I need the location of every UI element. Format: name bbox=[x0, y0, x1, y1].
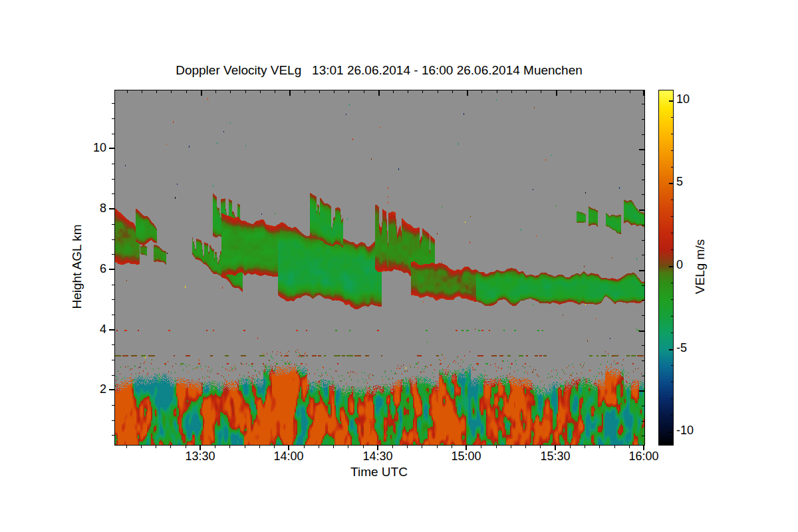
x-minor-tick bbox=[570, 446, 571, 448]
y-minor-tick bbox=[112, 194, 114, 194]
y-minor-tick bbox=[112, 224, 114, 225]
x-minor-tick bbox=[141, 446, 142, 448]
y-major-tick bbox=[109, 389, 114, 390]
x-minor-tick bbox=[540, 446, 541, 448]
x-minor-tick bbox=[170, 446, 171, 448]
x-tick-label: 13:30 bbox=[174, 450, 227, 464]
x-minor-tick bbox=[585, 446, 585, 448]
x-minor-tick bbox=[525, 446, 526, 448]
y-minor-tick bbox=[112, 299, 114, 300]
x-tick-label: 15:00 bbox=[440, 450, 493, 464]
y-minor-tick bbox=[112, 103, 114, 104]
y-major-tick bbox=[109, 329, 114, 331]
x-minor-tick bbox=[481, 446, 481, 448]
y-minor-tick bbox=[112, 118, 114, 119]
x-tick-label: 14:00 bbox=[262, 450, 315, 464]
y-minor-tick bbox=[112, 360, 114, 360]
x-axis-title: Time UTC bbox=[114, 465, 644, 479]
y-minor-tick bbox=[112, 179, 114, 180]
y-minor-tick bbox=[112, 344, 114, 345]
x-minor-tick bbox=[452, 446, 452, 448]
page: { "title": "Doppler Velocity VELg 13:01 … bbox=[0, 0, 798, 532]
velocity-heatmap-canvas bbox=[115, 90, 644, 445]
colorbar-tick-label: 5 bbox=[676, 175, 710, 189]
x-minor-tick bbox=[156, 446, 156, 448]
x-minor-tick bbox=[186, 446, 186, 448]
y-minor-tick bbox=[112, 315, 114, 315]
y-minor-tick bbox=[112, 164, 114, 164]
x-minor-tick bbox=[259, 446, 260, 448]
y-tick-label: 2 bbox=[66, 382, 106, 396]
y-minor-tick bbox=[112, 375, 114, 376]
x-minor-tick bbox=[333, 446, 334, 448]
x-minor-tick bbox=[392, 446, 393, 448]
y-minor-tick bbox=[112, 254, 114, 255]
chart-title: Doppler Velocity VELg 13:01 26.06.2014 -… bbox=[114, 63, 644, 78]
x-tick-label: 16:00 bbox=[617, 450, 670, 464]
y-major-tick bbox=[109, 208, 114, 209]
x-minor-tick bbox=[437, 446, 438, 448]
x-minor-tick bbox=[126, 446, 127, 448]
y-minor-tick bbox=[112, 285, 114, 285]
colorbar-tick-label: -5 bbox=[676, 341, 710, 355]
x-minor-tick bbox=[319, 446, 319, 448]
y-minor-tick bbox=[112, 405, 114, 406]
x-minor-tick bbox=[304, 446, 305, 448]
colorbar-tick-label: -10 bbox=[676, 424, 710, 438]
x-minor-tick bbox=[629, 446, 630, 448]
x-minor-tick bbox=[614, 446, 615, 448]
x-minor-tick bbox=[274, 446, 275, 448]
y-minor-tick bbox=[112, 420, 114, 421]
y-tick-label: 4 bbox=[66, 323, 106, 336]
heatmap-plot-area bbox=[114, 90, 645, 446]
colorbar-tick-label: 0 bbox=[676, 258, 710, 272]
colorbar bbox=[658, 90, 674, 446]
y-minor-tick bbox=[112, 134, 114, 134]
x-minor-tick bbox=[511, 446, 511, 448]
x-minor-tick bbox=[348, 446, 348, 448]
x-tick-label: 15:30 bbox=[529, 450, 582, 464]
y-minor-tick bbox=[112, 435, 114, 436]
x-minor-tick bbox=[229, 446, 230, 448]
x-minor-tick bbox=[422, 446, 422, 448]
x-minor-tick bbox=[407, 446, 408, 448]
x-minor-tick bbox=[496, 446, 497, 448]
colorbar-tick-label: 10 bbox=[676, 92, 710, 106]
x-minor-tick bbox=[215, 446, 215, 448]
y-major-tick bbox=[109, 148, 114, 149]
x-minor-tick bbox=[363, 446, 364, 448]
x-tick-label: 14:30 bbox=[351, 450, 404, 464]
x-minor-tick bbox=[245, 446, 245, 448]
y-major-tick bbox=[109, 269, 114, 270]
y-tick-label: 10 bbox=[66, 141, 106, 155]
colorbar-gradient-canvas bbox=[659, 90, 673, 445]
x-minor-tick bbox=[599, 446, 600, 448]
y-minor-tick bbox=[112, 239, 114, 240]
y-tick-label: 6 bbox=[66, 262, 106, 276]
y-tick-label: 8 bbox=[66, 201, 106, 215]
